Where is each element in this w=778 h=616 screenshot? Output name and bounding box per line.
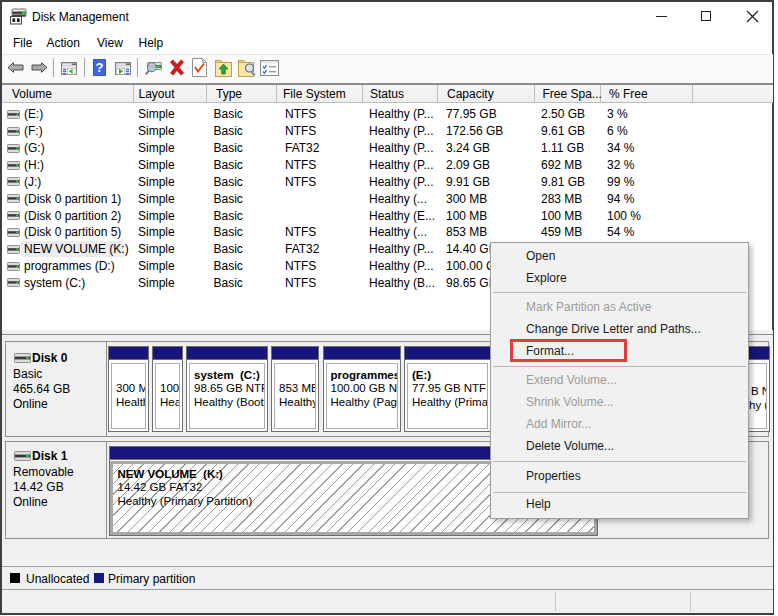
svg-text:?: ? — [96, 60, 104, 75]
